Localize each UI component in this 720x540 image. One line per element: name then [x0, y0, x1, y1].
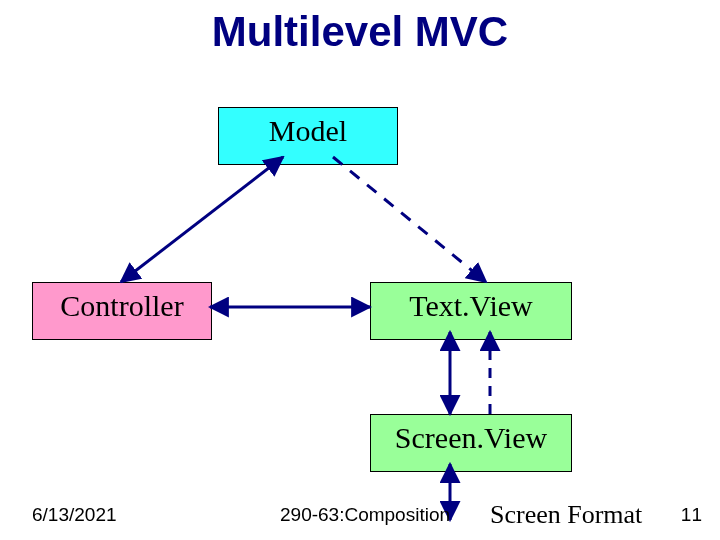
- footer-caption: Screen Format: [490, 500, 642, 530]
- node-textview: Text.View: [370, 282, 572, 340]
- footer-course: 290-63:Composition: [280, 504, 450, 526]
- connectors: [0, 0, 720, 540]
- node-model-label: Model: [269, 114, 347, 147]
- edge-controller-model: [121, 157, 283, 282]
- node-model: Model: [218, 107, 398, 165]
- node-textview-label: Text.View: [409, 289, 533, 322]
- slide-title: Multilevel MVC: [0, 8, 720, 56]
- edge-model-textview: [333, 157, 486, 282]
- node-screenview: Screen.View: [370, 414, 572, 472]
- footer-page: 11: [681, 504, 702, 526]
- footer-date: 6/13/2021: [32, 504, 117, 526]
- node-screenview-label: Screen.View: [395, 421, 547, 454]
- node-controller: Controller: [32, 282, 212, 340]
- node-controller-label: Controller: [60, 289, 183, 322]
- slide: Multilevel MVC Model Controller Text.Vie…: [0, 0, 720, 540]
